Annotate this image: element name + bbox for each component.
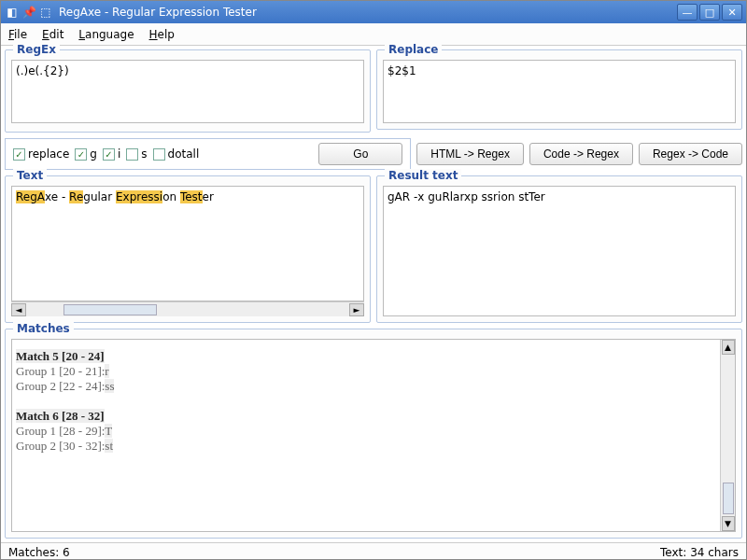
maximize-button[interactable]: □ xyxy=(699,4,720,21)
matches-panel-title: Matches xyxy=(13,322,74,335)
regex-to-code-button[interactable]: Regex -> Code xyxy=(639,143,742,165)
scroll-thumb[interactable] xyxy=(63,304,157,315)
scroll-thumb-v[interactable] xyxy=(723,483,734,514)
menu-help[interactable]: Help xyxy=(149,28,175,41)
text-input[interactable]: RegAxe - Regular Expression Tester xyxy=(11,186,364,301)
text-match-seg: RegA xyxy=(16,190,45,203)
regex-panel-title: RegEx xyxy=(13,43,60,56)
dotall-checkbox-label: dotall xyxy=(168,147,200,161)
pin-icon[interactable]: 📌 xyxy=(21,5,36,20)
match-header: Match 6 [28 - 32] xyxy=(16,409,105,423)
menubar: File Edit Language Help xyxy=(1,23,746,46)
status-text-length: Text: 34 chars xyxy=(660,546,739,559)
close-button[interactable]: ✕ xyxy=(722,4,742,21)
text-match-seg: Expressi xyxy=(116,190,162,203)
text-h-scrollbar[interactable]: ◄ ► xyxy=(11,301,364,316)
s-checkbox[interactable] xyxy=(126,148,138,161)
text-panel: Text RegAxe - Regular Expression Tester … xyxy=(5,175,371,323)
result-output[interactable]: gAR -x guRlarxp ssrion stTer xyxy=(383,186,736,316)
match-group-value: T xyxy=(105,424,112,438)
go-button[interactable]: Go xyxy=(318,143,402,165)
app-menu-icon[interactable]: ◧ xyxy=(5,5,20,20)
text-seg: gular xyxy=(83,190,116,203)
match-header: Match 5 [20 - 24] xyxy=(16,349,105,363)
text-match-seg: Re xyxy=(69,190,83,203)
s-checkbox-label: s xyxy=(141,147,147,161)
menu-language[interactable]: Language xyxy=(78,28,134,41)
scroll-up-icon[interactable]: ▲ xyxy=(722,340,735,355)
menu-file[interactable]: File xyxy=(8,28,27,41)
code-to-regex-button[interactable]: Code -> Regex xyxy=(529,143,633,165)
scroll-right-icon[interactable]: ► xyxy=(349,303,364,316)
replace-checkbox[interactable] xyxy=(13,148,25,161)
menu-edit[interactable]: Edit xyxy=(42,28,63,41)
match-group-label: Group 1 [20 - 21]: xyxy=(16,364,105,378)
result-panel: Result text gAR -x guRlarxp ssrion stTer xyxy=(376,175,742,323)
matches-list[interactable]: Match 5 [20 - 24] Group 1 [20 - 21]:r Gr… xyxy=(12,340,720,531)
text-seg: er xyxy=(203,190,214,203)
text-seg: on xyxy=(162,190,180,203)
text-panel-title: Text xyxy=(13,169,47,182)
scroll-down-icon[interactable]: ▼ xyxy=(722,516,735,531)
result-panel-title: Result text xyxy=(385,169,461,182)
regex-input[interactable] xyxy=(11,60,364,123)
match-group-label: Group 2 [30 - 32]: xyxy=(16,439,105,453)
match-group-value: st xyxy=(105,439,113,453)
minimize-button[interactable]: — xyxy=(677,4,698,21)
window-title: RegAxe - Regular Expression Tester xyxy=(59,6,677,19)
options-bar: replace g i s dotall Go xyxy=(5,138,411,170)
status-matches: Matches: 6 xyxy=(8,546,70,559)
replace-checkbox-label: replace xyxy=(28,147,69,161)
scroll-left-icon[interactable]: ◄ xyxy=(11,303,26,316)
replace-panel-title: Replace xyxy=(385,43,442,56)
regex-panel: RegEx xyxy=(5,49,371,133)
matches-v-scrollbar[interactable]: ▲ ▼ xyxy=(720,340,735,531)
i-checkbox-label: i xyxy=(118,147,120,161)
html-to-regex-button[interactable]: HTML -> Regex xyxy=(416,143,524,165)
match-group-label: Group 2 [22 - 24]: xyxy=(16,379,105,393)
replace-input[interactable]: $2$1 xyxy=(383,60,736,123)
text-match-seg: Test xyxy=(180,190,203,203)
match-group-value: ss xyxy=(105,379,114,393)
match-group-label: Group 1 [28 - 29]: xyxy=(16,424,105,438)
statusbar: Matches: 6 Text: 34 chars xyxy=(1,542,746,560)
titlebar: ◧ 📌 ⬚ RegAxe - Regular Expression Tester… xyxy=(1,1,746,23)
i-checkbox[interactable] xyxy=(103,148,115,161)
dotall-checkbox[interactable] xyxy=(153,148,165,161)
text-seg: xe - xyxy=(45,190,65,203)
g-checkbox-label: g xyxy=(90,147,97,161)
replace-panel: Replace $2$1 xyxy=(376,49,742,130)
app-icon: ⬚ xyxy=(38,5,53,20)
matches-panel: Matches Match 5 [20 - 24] Group 1 [20 - … xyxy=(5,329,742,539)
g-checkbox[interactable] xyxy=(75,148,87,161)
match-group-value: r xyxy=(105,364,108,378)
